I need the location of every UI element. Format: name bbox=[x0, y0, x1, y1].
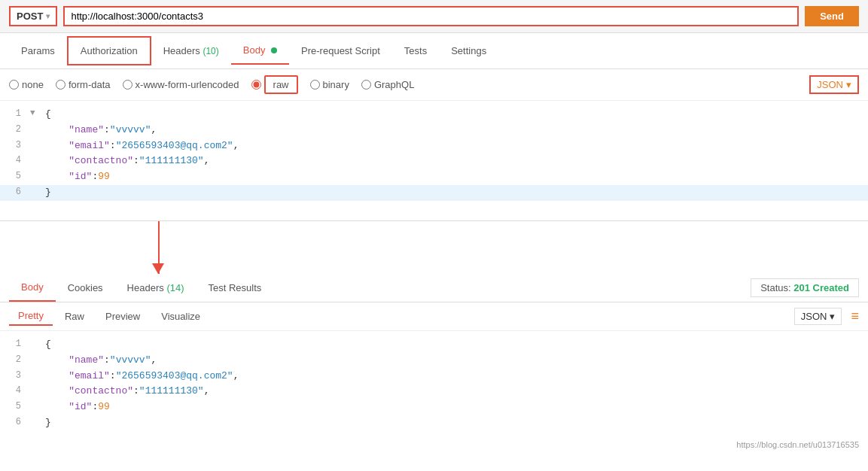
resp-line-5: 5 "id": 99 bbox=[0, 400, 868, 415]
response-tab-body[interactable]: Body bbox=[9, 274, 56, 302]
tab-tests[interactable]: Tests bbox=[392, 38, 439, 64]
req-line-3: 3 "email": "2656593403@qq.com2", bbox=[0, 138, 868, 154]
watermark: https://blog.csdn.net/u013716535 bbox=[0, 437, 868, 452]
arrow-head-icon bbox=[152, 263, 164, 274]
req-line-5: 5 "id": 99 bbox=[0, 169, 868, 185]
req-line-4: 4 "contactno": "111111130", bbox=[0, 153, 868, 169]
request-body-editor[interactable]: 1 ▼ { 2 "name": "vvvvv", 3 "email": "265… bbox=[0, 101, 868, 221]
radio-urlencoded[interactable]: x-www-form-urlencoded bbox=[123, 79, 239, 90]
response-section: Body Cookies Headers (14) Test Results S… bbox=[0, 274, 868, 452]
body-dot bbox=[271, 47, 277, 53]
radio-none[interactable]: none bbox=[9, 79, 44, 90]
status-badge: Status: 201 Created bbox=[751, 278, 859, 297]
response-headers-badge: (14) bbox=[166, 282, 184, 293]
req-line-2: 2 "name": "vvvvv", bbox=[0, 123, 868, 138]
radio-graphql[interactable]: GraphQL bbox=[361, 79, 414, 90]
tab-body[interactable]: Body bbox=[231, 37, 289, 65]
format-visualize-button[interactable]: Visualize bbox=[152, 308, 209, 325]
format-preview-button[interactable]: Preview bbox=[96, 308, 149, 325]
resp-line-4: 4 "contactno": "111111130", bbox=[0, 384, 868, 400]
radio-raw[interactable]: raw bbox=[251, 75, 298, 94]
arrow-section bbox=[0, 221, 868, 274]
method-label: POST bbox=[17, 11, 43, 22]
response-tab-cookies[interactable]: Cookies bbox=[56, 275, 115, 301]
headers-badge: (10) bbox=[203, 46, 218, 56]
req-line-1: 1 ▼ { bbox=[0, 107, 868, 123]
tab-settings[interactable]: Settings bbox=[439, 38, 498, 64]
radio-form-data[interactable]: form-data bbox=[56, 79, 111, 90]
dropdown-arrow-icon: ▾ bbox=[846, 79, 851, 90]
req-line-6: 6 } bbox=[0, 185, 868, 201]
response-tab-test-results[interactable]: Test Results bbox=[196, 275, 274, 301]
format-raw-button[interactable]: Raw bbox=[56, 308, 93, 325]
json-format-dropdown[interactable]: JSON ▾ bbox=[809, 75, 859, 94]
wrap-text-icon[interactable]: ≡ bbox=[851, 308, 859, 324]
tab-prerequest[interactable]: Pre-request Script bbox=[289, 38, 392, 64]
url-input[interactable] bbox=[63, 6, 799, 26]
radio-binary[interactable]: binary bbox=[310, 79, 349, 90]
method-arrow: ▾ bbox=[46, 12, 50, 20]
response-tab-headers[interactable]: Headers (14) bbox=[115, 275, 196, 301]
request-tabs: Params Authorization Headers (10) Body P… bbox=[0, 33, 868, 69]
response-format-dropdown[interactable]: JSON ▾ bbox=[794, 308, 842, 325]
response-tabs: Body Cookies Headers (14) Test Results S… bbox=[0, 274, 868, 302]
response-body-viewer: 1 { 2 "name": "vvvvv", 3 "email": "26565… bbox=[0, 331, 868, 437]
method-select[interactable]: POST ▾ bbox=[9, 6, 57, 26]
tab-authorization[interactable]: Authorization bbox=[67, 36, 151, 65]
resp-line-6: 6 } bbox=[0, 415, 868, 431]
resp-line-3: 3 "email": "2656593403@qq.com2", bbox=[0, 369, 868, 384]
body-options-row: none form-data x-www-form-urlencoded raw… bbox=[0, 69, 868, 101]
url-bar: POST ▾ Send bbox=[0, 0, 868, 33]
send-button[interactable]: Send bbox=[805, 6, 859, 26]
format-pretty-button[interactable]: Pretty bbox=[9, 307, 53, 326]
response-format-bar: Pretty Raw Preview Visualize JSON ▾ ≡ bbox=[0, 302, 868, 331]
resp-line-1: 1 { bbox=[0, 337, 868, 353]
tab-headers[interactable]: Headers (10) bbox=[151, 38, 231, 64]
dropdown-chevron-icon: ▾ bbox=[830, 311, 835, 322]
tab-params[interactable]: Params bbox=[9, 38, 67, 64]
resp-line-2: 2 "name": "vvvvv", bbox=[0, 353, 868, 369]
